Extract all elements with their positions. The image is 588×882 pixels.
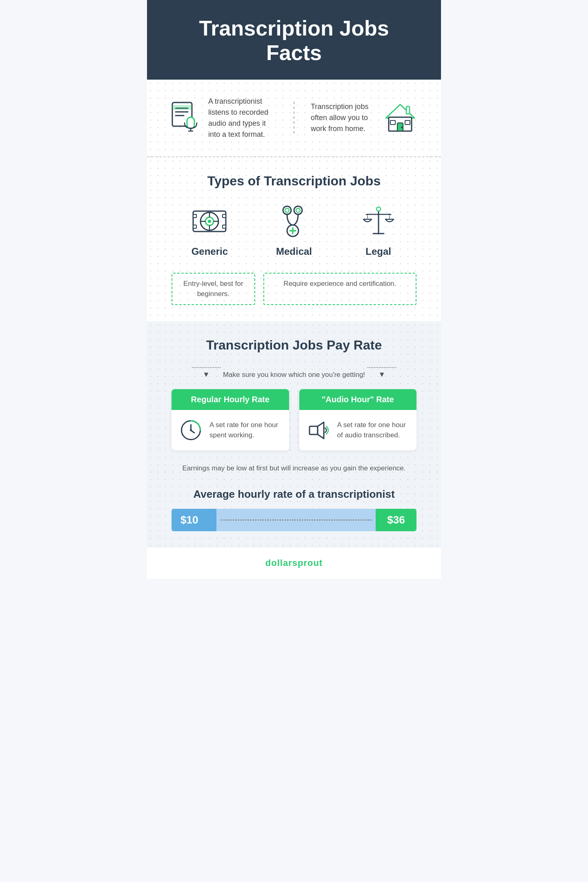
- header: Transcription Jobs Facts: [147, 0, 441, 80]
- avg-bar: $10 $36: [172, 509, 416, 531]
- avg-bar-high: $36: [376, 509, 416, 531]
- pay-card-audio-body: A set rate for one hour of audio transcr…: [299, 410, 417, 450]
- svg-rect-12: [390, 120, 395, 125]
- svg-point-29: [285, 208, 289, 212]
- svg-rect-4: [172, 105, 192, 110]
- intro-divider: [294, 102, 294, 134]
- svg-rect-25: [223, 214, 226, 218]
- pay-cards: Regular Hourly Rate A set rate for one h…: [172, 389, 416, 450]
- svg-rect-13: [405, 120, 410, 125]
- page-title: Transcription Jobs Facts: [172, 16, 416, 65]
- types-grid: Generic Medical: [172, 203, 416, 261]
- svg-rect-26: [223, 225, 226, 228]
- types-descriptions: Entry-level, best for beginners. Require…: [172, 273, 416, 305]
- svg-point-30: [296, 208, 300, 212]
- pay-title: Transcription Jobs Pay Rate: [172, 338, 416, 353]
- avg-title: Average hourly rate of a transcriptionis…: [172, 488, 416, 501]
- generic-icon: [191, 203, 228, 240]
- medical-label: Medical: [276, 246, 312, 257]
- types-title: Types of Transcription Jobs: [172, 174, 416, 189]
- legal-label: Legal: [365, 246, 391, 257]
- types-desc-generic: Entry-level, best for beginners.: [172, 273, 255, 305]
- pay-card-regular-text: A set rate for one hour spent working.: [209, 420, 281, 441]
- types-section: Types of Transcription Jobs: [147, 157, 441, 321]
- type-medical: Medical: [256, 203, 332, 261]
- svg-point-46: [190, 429, 192, 431]
- svg-point-11: [401, 127, 403, 128]
- svg-point-22: [208, 220, 211, 223]
- intro-left-text: A transcriptionist listens to recorded a…: [208, 96, 277, 140]
- svg-marker-8: [386, 105, 414, 118]
- pay-note: Earnings may be low at first but will in…: [172, 463, 416, 474]
- pay-section: Transcription Jobs Pay Rate ▼ Make sure …: [147, 321, 441, 548]
- pay-card-regular-header: Regular Hourly Rate: [172, 389, 289, 410]
- pay-card-audio-text: A set rate for one hour of audio transcr…: [337, 420, 409, 441]
- avg-bar-dots: [220, 519, 372, 521]
- pay-card-regular-body: A set rate for one hour spent working.: [172, 410, 289, 450]
- brand-name: dollarsprout: [265, 558, 323, 568]
- intro-left: A transcriptionist listens to recorded a…: [172, 96, 277, 140]
- svg-point-37: [376, 207, 381, 211]
- type-generic: Generic: [172, 203, 248, 261]
- avg-bar-low: $10: [172, 509, 216, 531]
- pay-subtitle: Make sure you know which one you're gett…: [223, 371, 365, 379]
- pay-card-regular: Regular Hourly Rate A set rate for one h…: [172, 389, 289, 450]
- medical-icon: [276, 203, 312, 240]
- svg-rect-47: [310, 426, 318, 434]
- intro-right-text: Transcription jobs often allow you to wo…: [311, 101, 376, 134]
- speaker-icon: [307, 419, 330, 441]
- clock-icon: [180, 419, 202, 441]
- pay-card-audio-header: "Audio Hour" Rate: [299, 389, 417, 410]
- svg-rect-23: [193, 214, 196, 218]
- house-icon: [384, 102, 416, 133]
- legal-icon: [360, 203, 397, 240]
- type-legal: Legal: [340, 203, 416, 261]
- intro-section: A transcriptionist listens to recorded a…: [147, 80, 441, 157]
- svg-rect-14: [406, 107, 410, 114]
- pay-card-audio: "Audio Hour" Rate A set rate for one hou…: [299, 389, 417, 450]
- footer: dollarsprout: [147, 548, 441, 579]
- generic-label: Generic: [192, 246, 228, 257]
- svg-marker-48: [318, 422, 324, 439]
- document-mic-icon: [172, 102, 200, 134]
- types-desc-medical-legal: Require experience and certification.: [263, 273, 416, 305]
- svg-rect-24: [193, 225, 196, 228]
- svg-rect-5: [187, 117, 194, 129]
- intro-right: Transcription jobs often allow you to wo…: [311, 101, 416, 134]
